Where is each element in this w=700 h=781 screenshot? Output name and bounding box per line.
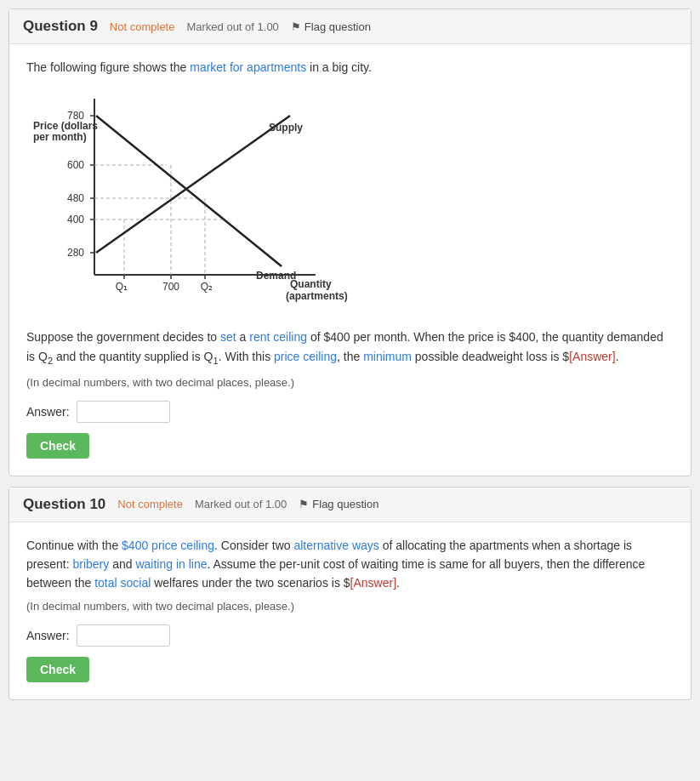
x-axis-label-quantity: Quantity [290,278,332,290]
y-label-780: 780 [67,110,84,122]
hl-400-ceiling: $400 price ceiling [122,539,214,552]
hl-total: total [94,576,117,590]
question-10-hint: (In decimal numbers, with two decimal pl… [26,600,674,613]
question-9-title: Question 9 [23,18,98,35]
highlight-market: market for apartments [190,60,306,74]
supply-label: Supply [269,122,303,134]
supply-line [96,116,290,253]
question-10-body: Continue with the $400 price ceiling. Co… [9,522,691,699]
hl-minimum: minimum [363,350,412,363]
hl-social: social [121,576,151,590]
chart-container: Price (dollars per month) 280 [26,83,350,316]
question-9-answer-label: Answer: [26,405,70,419]
hl-price-ceiling: price ceiling [274,350,337,363]
question-9-answer-row: Answer: [26,401,674,423]
y-label-480: 480 [67,192,84,204]
question-9-flag-label: Flag question [304,20,371,33]
question-10-check-button[interactable]: Check [26,657,89,682]
hl-bribery: bribery [72,557,109,571]
question-10-flag[interactable]: ⚑ Flag question [299,498,378,510]
question-9-marked-out: Marked out of 1.00 [186,20,278,33]
y-label-280: 280 [67,247,84,259]
question-9-answer-input[interactable] [77,401,170,423]
question-10-flag-label: Flag question [312,498,378,510]
hl-waiting: waiting in line [135,557,207,571]
question-9-header: Question 9 Not complete Marked out of 1.… [9,9,691,44]
question-10-header: Question 10 Not complete Marked out of 1… [9,487,691,522]
question-9-status: Not complete [110,20,175,33]
hl-set: set [220,330,236,344]
question-10-desc: Continue with the $400 price ceiling. Co… [26,536,674,593]
question-10-answer-label: Answer: [26,629,70,642]
question-10-title: Question 10 [23,496,105,513]
supply-demand-chart: Price (dollars per month) 280 [26,83,341,313]
question-10-marked-out: Marked out of 1.00 [195,498,287,510]
x-label-q2: Q₂ [201,281,213,293]
y-axis-label-line1: Price (dollars [33,120,98,132]
hl-rent-ceiling: rent ceiling [249,330,307,344]
question-9-check-button[interactable]: Check [26,433,89,459]
question-9-body: The following figure shows the market fo… [9,44,691,476]
answer-placeholder-10: [Answer] [350,576,396,590]
x-axis-label-apartments: (apartments) [286,290,348,302]
question-10-status: Not complete [117,498,183,510]
hl-alternative: alternative ways [293,539,378,552]
y-label-600: 600 [67,159,84,171]
flag-icon-9: ⚑ [291,20,301,33]
x-label-q1: Q₁ [116,281,128,293]
y-axis-label-line2: per month) [33,131,87,143]
answer-placeholder-9: [Answer] [569,350,615,363]
question-9-flag[interactable]: ⚑ Flag question [291,20,371,33]
question-9-intro: The following figure shows the market fo… [26,58,674,77]
x-label-700: 700 [162,281,179,293]
flag-icon-10: ⚑ [299,498,309,510]
question-9-block: Question 9 Not complete Marked out of 1.… [9,9,691,476]
question-10-block: Question 10 Not complete Marked out of 1… [9,487,691,700]
question-10-answer-input[interactable] [77,624,170,647]
question-10-answer-row: Answer: [26,624,674,647]
question-9-hint: (In decimal numbers, with two decimal pl… [26,376,674,389]
question-9-desc: Suppose the government decides to set a … [26,328,674,368]
y-label-400: 400 [67,214,84,225]
